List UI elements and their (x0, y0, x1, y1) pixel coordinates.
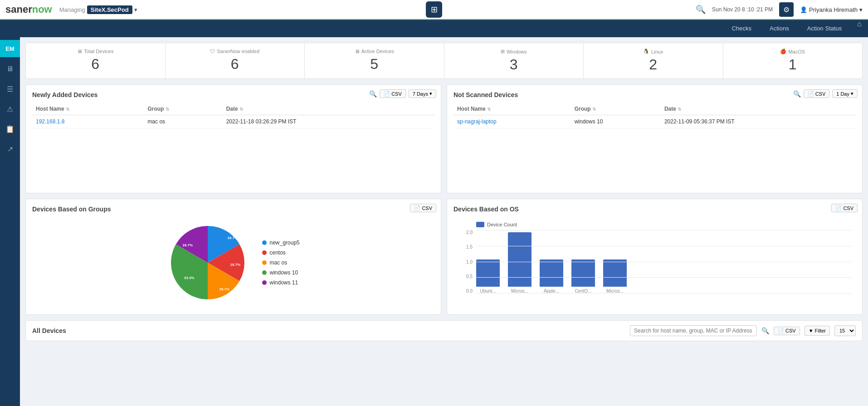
stat-value-total: 6 (91, 56, 99, 73)
newly-added-csv-button[interactable]: 📄 CSV (380, 89, 406, 98)
pie-chart: 16.7% 16.7% 16.7% 33.3% 16.7% (167, 222, 249, 303)
logo-now: now (32, 4, 52, 15)
bar-chart-inner: Ubunt... Micros... Apple... CentO... Mic… (458, 230, 851, 293)
hostname-cell: 192.168.1.8 (32, 115, 144, 128)
settings-button[interactable]: ⚙ (779, 2, 794, 17)
bar (571, 259, 595, 287)
bar-column: Micros... (603, 259, 627, 293)
not-scanned-period-dropdown[interactable]: 1 Day ▾ (832, 89, 858, 98)
y-axis: 2.0 1.5 1.0 0.5 0.0 (458, 230, 474, 293)
bar-column: Micros... (508, 232, 532, 293)
svg-text:33.3%: 33.3% (184, 276, 195, 280)
top-bar: sanernow Managing SiteX.SecPod ▾ ⊞ 🔍 Sun… (0, 0, 868, 20)
bar-column: Ubunt... (476, 259, 500, 293)
sidebar-item-list[interactable]: ☰ (2, 81, 18, 97)
devices-os-toolbar: 📄 CSV (831, 204, 858, 212)
monitor-icon: 🖥 (77, 49, 82, 54)
logo-saner: saner (5, 4, 32, 15)
table-row: sp-nagraj-laptop windows 10 2022-11-09 0… (454, 115, 856, 128)
grid-icon-button[interactable]: ⊞ (426, 1, 442, 18)
secondary-nav: Checks Actions Action Status ⌂ (0, 20, 868, 37)
search-icon[interactable]: 🔍 (696, 5, 706, 15)
hostname-link[interactable]: 192.168.1.8 (36, 118, 64, 125)
not-scanned-search-icon[interactable]: 🔍 (793, 90, 801, 98)
table-row: 192.168.1.8 mac os 2022-11-18 03:26:29 P… (32, 115, 434, 128)
devices-os-card: Devices Based on OS 📄 CSV Device Count (447, 199, 863, 315)
not-scanned-csv-button[interactable]: 📄 CSV (804, 89, 830, 98)
nav-action-status[interactable]: Action Status (798, 20, 851, 37)
legend-mac-os: mac os (262, 259, 299, 266)
devices-groups-csv-button[interactable]: 📄 CSV (410, 204, 436, 212)
csv-icon: 📄 (778, 328, 784, 334)
bar-label: CentO... (575, 289, 591, 293)
date-cell: 2022-11-18 03:26:29 PM IST (223, 115, 434, 128)
stat-label-total: 🖥 Total Devices (77, 49, 113, 54)
stat-active-devices: 🖥 Active Devices 5 (305, 43, 444, 78)
nav-checks[interactable]: Checks (723, 20, 761, 37)
col-hostname: Host Name ⇅ (32, 103, 144, 115)
home-button[interactable]: ⌂ (851, 20, 868, 37)
bar-label: Ubunt... (480, 289, 496, 293)
all-devices-filter-button[interactable]: ▼ Filter (805, 326, 830, 336)
all-devices-search-icon[interactable]: 🔍 (761, 327, 769, 334)
y-tick: 1.5 (458, 245, 474, 249)
em-badge[interactable]: EM (0, 40, 20, 57)
chevron-down-icon: ▾ (851, 91, 853, 97)
sort-icon: ⇅ (592, 107, 596, 112)
stat-label-windows: ⊞ Windows (501, 49, 527, 54)
pie-chart-area: 16.7% 16.7% 16.7% 33.3% 16.7% new_group5 (32, 217, 434, 308)
col-hostname: Host Name ⇅ (454, 103, 571, 115)
hostname-link[interactable]: sp-nagraj-laptop (457, 118, 497, 125)
devices-os-csv-button[interactable]: 📄 CSV (831, 204, 858, 212)
not-scanned-toolbar: 🔍 📄 CSV 1 Day ▾ (793, 89, 858, 98)
all-devices-bar: All Devices 🔍 📄 CSV ▼ Filter 15 25 50 (25, 320, 863, 341)
site-name: SiteX.SecPod (87, 5, 132, 14)
newly-added-table: Host Name ⇅ Group ⇅ Date ⇅ 192.168.1.8 m… (32, 103, 434, 128)
stat-windows: ⊞ Windows 3 (444, 43, 584, 78)
apple-icon: 🍎 (780, 49, 786, 54)
newly-added-period-dropdown[interactable]: 7 Days ▾ (409, 89, 436, 98)
legend-dot-windows10 (262, 270, 267, 275)
not-scanned-table: Host Name ⇅ Group ⇅ Date ⇅ sp-nagraj-lap… (454, 103, 856, 128)
stat-value-active: 5 (370, 56, 378, 73)
sidebar-item-clipboard[interactable]: 📋 (2, 121, 18, 137)
svg-text:16.7%: 16.7% (219, 287, 230, 291)
logo: sanernow (5, 4, 52, 15)
sort-icon: ⇅ (66, 107, 69, 112)
csv-icon: 📄 (414, 205, 420, 211)
hostname-cell: sp-nagraj-laptop (454, 115, 571, 128)
y-tick: 2.0 (458, 230, 474, 235)
bar-label: Micros... (511, 289, 528, 293)
bar-chart-container: 2.0 1.5 1.0 0.5 0.0 Ubunt... Micros... A… (458, 230, 851, 303)
sidebar-item-monitor[interactable]: 🖥 (2, 61, 18, 77)
site-dropdown-arrow[interactable]: ▾ (134, 6, 137, 13)
layout: 👁 🖥 ☰ ⚠ 📋 ↗ 🖥 Total Devices 6 (0, 37, 868, 406)
all-devices-csv-button[interactable]: 📄 CSV (774, 327, 800, 335)
devices-groups-card: Devices Based on Groups 📄 CSV (25, 199, 441, 315)
col-group: Group ⇅ (571, 103, 661, 115)
legend-dot-mac-os (262, 260, 267, 265)
nav-actions[interactable]: Actions (761, 20, 798, 37)
user-menu-button[interactable]: 👤 Priyanka Hiremath ▾ (800, 6, 863, 13)
sort-icon: ⇅ (487, 107, 491, 112)
bar (603, 259, 627, 287)
top-bar-right: 🔍 Sun Nov 20 8 :10 :21 PM ⚙ 👤 Priyanka H… (696, 2, 863, 17)
stat-sanernow-enabled: 🛡 SanerNow enabled 6 (166, 43, 305, 78)
legend-centos: centos (262, 249, 299, 256)
sort-icon: ⇅ (678, 107, 681, 112)
user-icon: 👤 (800, 6, 807, 13)
sidebar-item-export[interactable]: ↗ (2, 141, 18, 157)
y-tick: 0.0 (458, 289, 474, 293)
legend-dot-centos (262, 250, 267, 255)
sidebar-item-alert[interactable]: ⚠ (2, 101, 18, 117)
grid-icon: ⊞ (431, 5, 438, 15)
y-tick: 0.5 (458, 274, 474, 279)
devices-groups-title: Devices Based on Groups (32, 205, 434, 213)
all-devices-search-input[interactable] (630, 325, 757, 336)
page-size-select[interactable]: 15 25 50 (834, 325, 856, 336)
stat-label-macos: 🍎 MacOS (780, 49, 805, 54)
date-cell: 2022-11-09 05:36:37 PM IST (661, 115, 856, 128)
sidebar: 👁 🖥 ☰ ⚠ 📋 ↗ (0, 37, 20, 406)
svg-text:16.7%: 16.7% (228, 236, 238, 240)
newly-added-search-icon[interactable]: 🔍 (369, 90, 377, 98)
